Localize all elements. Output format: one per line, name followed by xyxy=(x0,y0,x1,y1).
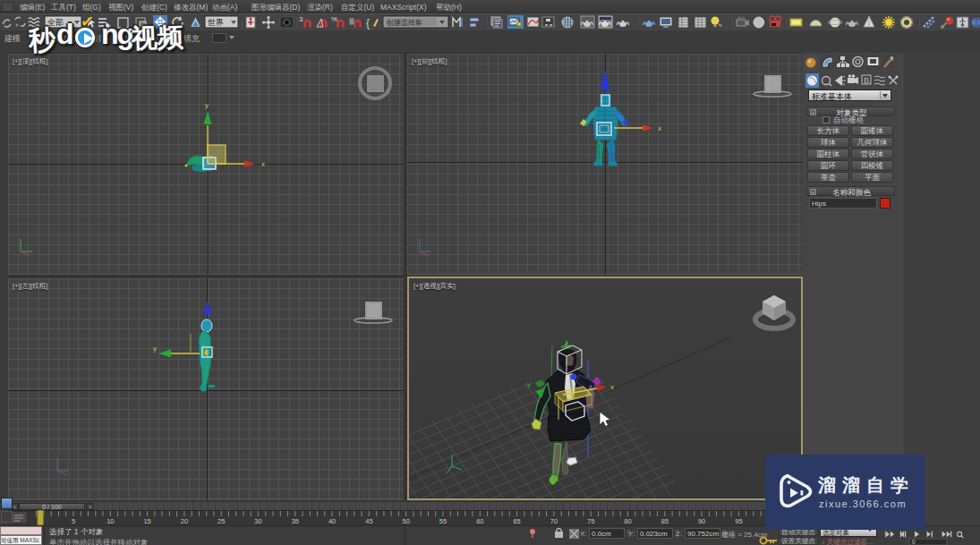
svg-text:y: y xyxy=(153,345,157,353)
svg-text:35: 35 xyxy=(292,517,299,525)
svg-text:40: 40 xyxy=(328,517,336,525)
svg-text:85: 85 xyxy=(661,517,669,525)
svg-text:5: 5 xyxy=(72,517,75,525)
svg-text:20: 20 xyxy=(181,517,188,525)
svg-text:%: % xyxy=(331,15,337,23)
svg-text:x: x xyxy=(658,124,661,132)
svg-text:75: 75 xyxy=(587,517,594,525)
svg-text:45: 45 xyxy=(365,517,372,525)
svg-text:0: 0 xyxy=(912,539,916,545)
svg-text:x: x xyxy=(261,160,265,168)
svg-text:55: 55 xyxy=(439,517,447,525)
svg-text:70: 70 xyxy=(550,517,558,525)
svg-text:80: 80 xyxy=(624,517,631,525)
svg-text:60: 60 xyxy=(476,517,483,525)
svg-text:创建选择集: 创建选择集 xyxy=(386,19,422,27)
svg-text:15: 15 xyxy=(143,517,150,525)
svg-text:y: y xyxy=(527,380,531,388)
svg-text:25: 25 xyxy=(217,517,225,525)
svg-text:90: 90 xyxy=(698,517,705,525)
svg-text:y: y xyxy=(205,101,209,109)
svg-text:x: x xyxy=(610,383,614,391)
svg-text:3: 3 xyxy=(299,15,303,23)
svg-text:10: 10 xyxy=(107,517,114,525)
svg-text:95: 95 xyxy=(735,517,742,525)
svg-text:50: 50 xyxy=(403,517,410,525)
svg-text:30: 30 xyxy=(254,517,261,525)
svg-text:{: { xyxy=(366,17,370,30)
svg-text:65: 65 xyxy=(513,517,520,525)
svg-text:B: B xyxy=(864,76,869,85)
